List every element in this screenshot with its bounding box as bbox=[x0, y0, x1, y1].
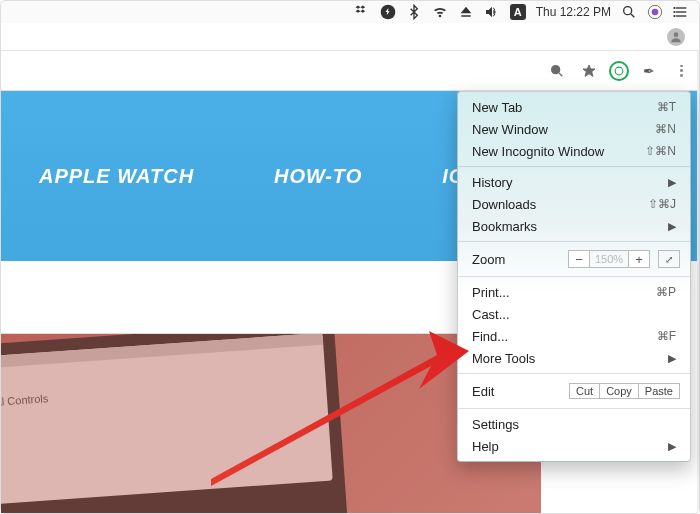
chevron-right-icon: ▶ bbox=[668, 352, 676, 365]
bluetooth-icon[interactable] bbox=[406, 4, 422, 20]
spotlight-icon[interactable] bbox=[621, 4, 637, 20]
siri-icon[interactable] bbox=[647, 4, 663, 20]
zoom-in-button[interactable]: + bbox=[628, 250, 650, 268]
dropbox-icon[interactable] bbox=[354, 4, 370, 20]
svg-point-11 bbox=[552, 65, 560, 73]
menu-item-downloads[interactable]: Downloads⇧⌘J bbox=[458, 193, 690, 215]
omnibox-search-icon[interactable] bbox=[545, 59, 569, 83]
menu-item-new-incognito[interactable]: New Incognito Window⇧⌘N bbox=[458, 140, 690, 162]
menu-item-settings[interactable]: Settings bbox=[458, 413, 690, 435]
extension-icon[interactable]: ✒ bbox=[637, 59, 661, 83]
chevron-right-icon: ▶ bbox=[668, 220, 676, 233]
chevron-right-icon: ▶ bbox=[668, 176, 676, 189]
macos-menubar: A Thu 12:22 PM bbox=[1, 1, 699, 23]
input-source-icon[interactable]: A bbox=[510, 4, 526, 20]
eject-icon[interactable] bbox=[458, 4, 474, 20]
menu-item-more-tools[interactable]: More Tools▶ bbox=[458, 347, 690, 369]
nav-link-apple-watch[interactable]: APPLE WATCH bbox=[39, 165, 194, 188]
profile-avatar[interactable] bbox=[667, 28, 685, 46]
svg-point-3 bbox=[652, 9, 659, 16]
edit-copy-button[interactable]: Copy bbox=[600, 383, 639, 399]
chrome-toolbar: ✒ bbox=[1, 51, 699, 91]
menu-item-print[interactable]: Print...⌘P bbox=[458, 281, 690, 303]
menu-item-help[interactable]: Help▶ bbox=[458, 435, 690, 457]
chrome-menu-button[interactable] bbox=[669, 59, 693, 83]
menu-item-cast[interactable]: Cast... bbox=[458, 303, 690, 325]
zoom-out-button[interactable]: − bbox=[568, 250, 590, 268]
wifi-icon[interactable] bbox=[432, 4, 448, 20]
svg-point-1 bbox=[624, 7, 632, 15]
nav-link-how-to[interactable]: HOW-TO bbox=[274, 165, 362, 188]
volume-icon[interactable] bbox=[484, 4, 500, 20]
grammarly-extension-icon[interactable] bbox=[609, 61, 629, 81]
svg-rect-4 bbox=[676, 7, 687, 8]
menubar-clock[interactable]: Thu 12:22 PM bbox=[536, 5, 611, 19]
menu-item-edit: Edit Cut Copy Paste bbox=[458, 378, 690, 404]
bookmark-star-icon[interactable] bbox=[577, 59, 601, 83]
menu-item-history[interactable]: History▶ bbox=[458, 171, 690, 193]
window-divider bbox=[697, 51, 699, 513]
fullscreen-button[interactable]: ⤢ bbox=[658, 250, 680, 268]
menu-item-new-tab[interactable]: New Tab⌘T bbox=[458, 96, 690, 118]
svg-rect-6 bbox=[676, 15, 687, 16]
menu-item-new-window[interactable]: New Window⌘N bbox=[458, 118, 690, 140]
svg-point-7 bbox=[673, 7, 675, 9]
svg-point-10 bbox=[674, 32, 679, 37]
edit-paste-button[interactable]: Paste bbox=[639, 383, 680, 399]
zoom-value: 150% bbox=[590, 250, 628, 268]
chevron-right-icon: ▶ bbox=[668, 440, 676, 453]
menu-item-zoom: Zoom − 150% + ⤢ bbox=[458, 246, 690, 272]
chrome-main-menu: New Tab⌘T New Window⌘N New Incognito Win… bbox=[457, 91, 691, 462]
menu-item-find[interactable]: Find...⌘F bbox=[458, 325, 690, 347]
edit-cut-button[interactable]: Cut bbox=[569, 383, 600, 399]
svg-point-8 bbox=[673, 11, 675, 13]
svg-point-9 bbox=[673, 15, 675, 17]
bolt-icon[interactable] bbox=[380, 4, 396, 20]
notification-center-icon[interactable] bbox=[673, 4, 689, 20]
chrome-profile-row bbox=[1, 23, 699, 51]
menu-item-bookmarks[interactable]: Bookmarks▶ bbox=[458, 215, 690, 237]
svg-rect-5 bbox=[676, 11, 687, 12]
